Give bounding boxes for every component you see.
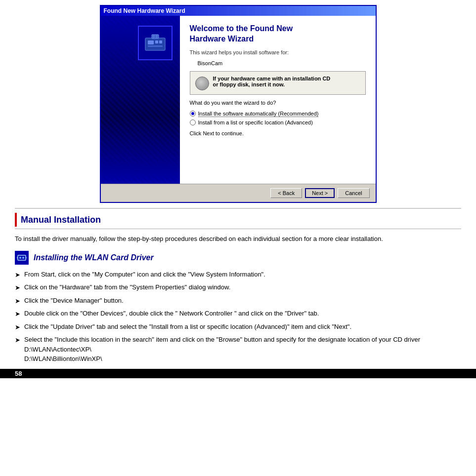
bullet-arrow-2: ➤: [15, 283, 20, 293]
wizard-welcome-title: Welcome to the Found NewHardware Wizard: [190, 24, 366, 44]
svg-rect-10: [22, 257, 24, 259]
bullet-arrow-5: ➤: [15, 322, 20, 332]
wizard-device-name: BisonCam: [198, 60, 366, 66]
wizard-screenshot: Found New Hardware Wizard: [0, 0, 476, 208]
wizard-titlebar: Found New Hardware Wizard: [101, 6, 376, 16]
svg-rect-5: [152, 35, 159, 39]
page-number: 58: [15, 370, 22, 377]
list-item: ➤ Click the "Update Driver" tab and sele…: [15, 322, 461, 332]
wlan-icon: [15, 251, 29, 265]
section-paragraph: To install the driver manually, follow t…: [15, 234, 461, 244]
cd-icon: [195, 77, 209, 90]
list-item: ➤ Click the "Device Manager" button.: [15, 296, 461, 306]
bullet-content-5: Click the "Update Driver" tab and select…: [24, 322, 461, 332]
bullet-content-6: Select the "Include this location in the…: [24, 335, 461, 364]
wizard-cd-box: If your hardware came with an installati…: [190, 71, 366, 95]
wizard-radio-manual[interactable]: Install from a list or specific location…: [190, 119, 366, 125]
wizard-radio-auto-label: Install the software automatically (Reco…: [198, 111, 319, 117]
wizard-subtitle: This wizard helps you install software f…: [190, 49, 366, 55]
svg-rect-1: [148, 40, 154, 44]
bullet-content-3: Click the "Device Manager" button.: [24, 296, 461, 306]
wizard-window: Found New Hardware Wizard: [100, 5, 377, 203]
subsection-header: Installing the WLAN Card Driver: [15, 251, 461, 265]
bullet-content-1: From Start, click on the "My Computer" i…: [24, 270, 461, 279]
svg-rect-2: [155, 40, 158, 43]
section-title: Manual Installation: [21, 215, 101, 225]
section-divider: [15, 229, 461, 229]
bullet-content-4: Double click on the "Other Devices", dou…: [24, 309, 461, 318]
wizard-continue-text: Click Next to continue.: [190, 130, 366, 136]
wizard-right-panel: Welcome to the Found NewHardware Wizard …: [180, 16, 376, 184]
section-header: Manual Installation: [15, 213, 461, 227]
list-item: ➤ Select the "Include this location in t…: [15, 335, 461, 364]
bullet-list: ➤ From Start, click on the "My Computer"…: [15, 270, 461, 364]
section-bar: [15, 213, 17, 227]
bullet-arrow-1: ➤: [15, 270, 20, 280]
path-line-2: D:\WLAN\Billionton\WinXP\: [24, 354, 461, 364]
wizard-cd-text: If your hardware came with an installati…: [213, 76, 331, 87]
svg-rect-3: [159, 40, 162, 43]
bullet-content-2: Click on the "Hardware" tab from the "Sy…: [24, 282, 461, 292]
wizard-question: What do you want the wizard to do?: [190, 100, 366, 106]
svg-rect-8: [18, 255, 26, 260]
svg-rect-9: [19, 257, 21, 259]
wizard-next-button[interactable]: Next >: [305, 188, 335, 198]
list-item: ➤ Click on the "Hardware" tab from the "…: [15, 282, 461, 293]
wizard-radio-auto[interactable]: Install the software automatically (Reco…: [190, 111, 366, 117]
path-line-1: D:\WLAN\Actiontec\XP\: [24, 345, 461, 355]
page-container: Found New Hardware Wizard: [0, 0, 476, 388]
wizard-radio-group: Install the software automatically (Reco…: [190, 111, 366, 125]
content-area: Manual Installation To install the drive…: [0, 209, 476, 364]
wizard-back-button[interactable]: < Back: [270, 188, 302, 198]
wizard-title-text: Found New Hardware Wizard: [104, 7, 185, 14]
svg-rect-4: [148, 45, 163, 47]
bullet-arrow-6: ➤: [15, 335, 20, 345]
radio-auto-circle[interactable]: [190, 111, 196, 117]
wizard-footer: < Back Next > Cancel: [101, 184, 376, 202]
list-item: ➤ From Start, click on the "My Computer"…: [15, 270, 461, 280]
list-item: ➤ Double click on the "Other Devices", d…: [15, 309, 461, 319]
page-number-bar: 58: [0, 369, 476, 378]
wizard-hardware-icon: [138, 26, 173, 60]
wizard-cancel-button[interactable]: Cancel: [338, 188, 369, 198]
bullet-arrow-4: ➤: [15, 309, 20, 319]
subsection-title: Installing the WLAN Card Driver: [34, 253, 154, 262]
wizard-left-panel: [101, 16, 180, 184]
radio-manual-circle[interactable]: [190, 119, 196, 125]
wizard-radio-manual-label: Install from a list or specific location…: [198, 119, 313, 125]
wizard-body: Welcome to the Found NewHardware Wizard …: [101, 16, 376, 184]
bullet-arrow-3: ➤: [15, 296, 20, 306]
